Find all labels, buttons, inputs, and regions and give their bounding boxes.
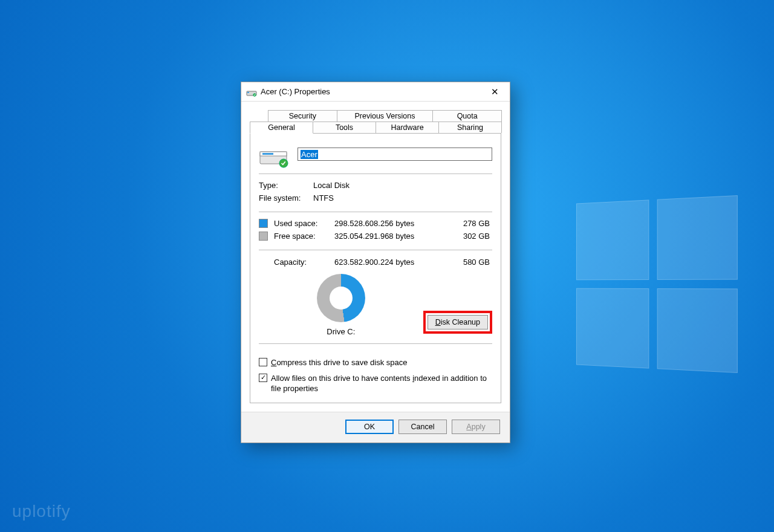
tab-quota[interactable]: Quota [432, 110, 502, 122]
drive-name-value: Acer [301, 150, 318, 159]
capacity-gb: 580 GB [434, 258, 492, 267]
drive-name-input[interactable]: Acer [298, 148, 492, 161]
apply-button[interactable]: Apply [452, 420, 500, 434]
separator [259, 174, 492, 174]
cancel-button[interactable]: Cancel [398, 420, 447, 434]
tab-security[interactable]: Security [268, 110, 337, 122]
tab-tools[interactable]: Tools [313, 122, 376, 133]
free-space-gb: 302 GB [434, 232, 492, 241]
type-value: Local Disk [313, 181, 350, 190]
disk-cleanup-button[interactable]: Disk Cleanup [428, 315, 488, 329]
free-space-swatch [259, 232, 268, 241]
svg-rect-1 [247, 92, 249, 93]
drive-letter-label: Drive C: [259, 327, 423, 336]
compress-label[interactable]: Compress this drive to save disk space [271, 357, 407, 368]
capacity-label: Capacity: [274, 258, 334, 267]
disk-cleanup-highlight: Disk Cleanup [423, 311, 492, 334]
separator [259, 250, 492, 250]
free-space-label: Free space: [274, 232, 334, 241]
used-space-gb: 278 GB [434, 219, 492, 228]
used-space-swatch [259, 219, 268, 228]
index-label[interactable]: Allow files on this drive to have conten… [271, 373, 492, 394]
close-icon: ✕ [491, 86, 499, 97]
tab-hardware[interactable]: Hardware [376, 122, 439, 133]
index-checkbox[interactable]: ✓ [259, 374, 267, 382]
separator [259, 212, 492, 212]
used-space-label: Used space: [274, 219, 334, 228]
close-button[interactable]: ✕ [482, 83, 507, 100]
dialog-footer: OK Cancel Apply [241, 412, 510, 443]
tab-previous-versions[interactable]: Previous Versions [337, 110, 434, 122]
separator [259, 343, 492, 344]
capacity-bytes: 623.582.900.224 bytes [334, 258, 434, 267]
dialog-title: Acer (C:) Properties [261, 87, 482, 96]
used-space-bytes: 298.528.608.256 bytes [334, 219, 434, 228]
ok-button[interactable]: OK [345, 420, 394, 434]
drive-large-icon [259, 142, 288, 166]
svg-rect-5 [262, 153, 273, 155]
desktop-background: uplotify Acer (C:) Properties ✕ Security [0, 0, 774, 532]
windows-logo-icon [576, 195, 738, 373]
free-space-bytes: 325.054.291.968 bytes [334, 232, 434, 241]
properties-dialog: Acer (C:) Properties ✕ Security Previous… [241, 82, 510, 443]
tab-general[interactable]: General [250, 122, 313, 134]
capacity-donut-chart [317, 274, 365, 322]
tab-sharing[interactable]: Sharing [438, 122, 502, 133]
drive-icon [246, 86, 257, 97]
title-bar[interactable]: Acer (C:) Properties ✕ [241, 82, 510, 102]
compress-checkbox[interactable] [259, 358, 267, 366]
type-label: Type: [259, 181, 313, 190]
tab-panel-general: Acer Type: Local Disk File system: NTFS [250, 133, 501, 403]
watermark-text: uplotify [12, 502, 71, 521]
filesystem-label: File system: [259, 193, 313, 203]
filesystem-value: NTFS [313, 193, 334, 203]
